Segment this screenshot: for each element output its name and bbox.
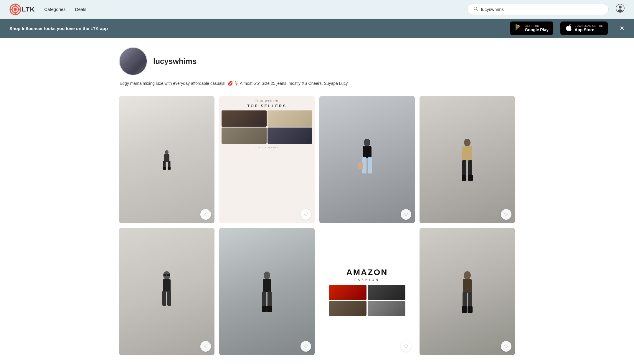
top-navigation: LTK Categories Deals [0, 0, 634, 19]
post-image-1 [119, 96, 214, 223]
svg-rect-45 [268, 292, 272, 307]
svg-rect-40 [164, 274, 166, 276]
svg-point-48 [464, 271, 471, 279]
svg-rect-28 [368, 157, 372, 173]
svg-rect-44 [262, 292, 266, 307]
posts-grid-container: ♡ THIS WEEK'S TOP SELLERS LUCY'S WHIMS ♡ [105, 91, 529, 364]
post-item-8[interactable]: ♡ [420, 228, 515, 355]
svg-point-42 [264, 272, 270, 279]
profile-section: lucyswhims Edgy mama mixing luxe with ev… [105, 38, 529, 91]
search-icon [473, 6, 478, 12]
svg-point-3 [14, 8, 17, 11]
post-image-5 [119, 228, 214, 355]
svg-point-11 [619, 6, 622, 9]
svg-rect-21 [163, 167, 166, 170]
profile-icon[interactable] [616, 4, 625, 15]
svg-rect-46 [262, 306, 267, 312]
svg-rect-53 [468, 306, 473, 313]
post-item-2[interactable]: THIS WEEK'S TOP SELLERS LUCY'S WHIMS ♡ [219, 96, 315, 223]
svg-rect-49 [463, 279, 472, 293]
profile-header: lucyswhims [119, 47, 515, 75]
svg-rect-32 [462, 160, 466, 176]
username: lucyswhims [153, 57, 197, 66]
post-item-1[interactable]: ♡ [119, 96, 214, 223]
ltk-logo[interactable]: LTK [9, 4, 35, 15]
search-input[interactable] [481, 7, 602, 12]
post-image-4 [420, 96, 515, 223]
svg-rect-38 [162, 291, 166, 306]
banner-text: Shop Influencer looks you love on the LT… [9, 26, 503, 31]
search-bar [467, 4, 609, 15]
post-item-3[interactable]: ♡ [319, 96, 415, 223]
svg-line-9 [477, 9, 478, 11]
app-store-badge[interactable]: Download on the App Store [560, 21, 608, 35]
google-play-badge[interactable]: GET IT ON Google Play [510, 21, 553, 35]
svg-point-30 [464, 139, 470, 146]
post-image-8 [420, 228, 515, 355]
post-item-5[interactable]: ♡ [119, 228, 214, 355]
nav-links: Categories Deals [44, 7, 86, 12]
google-play-text: GET IT ON Google Play [525, 24, 549, 32]
ltk-logo-icon [9, 4, 21, 15]
svg-rect-22 [168, 167, 171, 170]
svg-rect-31 [462, 146, 472, 161]
svg-rect-34 [462, 175, 466, 181]
post-item-4[interactable]: ♡ [420, 96, 515, 223]
svg-rect-26 [363, 146, 372, 158]
svg-rect-18 [164, 154, 169, 162]
avatar [119, 47, 147, 75]
svg-rect-33 [468, 160, 472, 176]
svg-rect-37 [163, 279, 171, 292]
categories-link[interactable]: Categories [44, 7, 66, 12]
post-item-7[interactable]: AMAZON FASHION ♡ [319, 228, 415, 355]
post-image-2: THIS WEEK'S TOP SELLERS LUCY'S WHIMS [219, 96, 315, 223]
app-download-banner: Shop Influencer looks you love on the LT… [0, 19, 634, 38]
svg-rect-52 [462, 306, 467, 313]
svg-rect-50 [463, 292, 467, 308]
deals-link[interactable]: Deals [75, 7, 86, 12]
post-image-7: AMAZON FASHION [319, 228, 415, 355]
banner-close-button[interactable]: ✕ [620, 25, 625, 31]
post-item-6[interactable]: ♡ [219, 228, 315, 355]
logo-text: LTK [22, 6, 35, 13]
svg-rect-43 [263, 279, 271, 292]
post-image-6 [219, 228, 315, 355]
svg-rect-47 [267, 306, 272, 312]
svg-rect-51 [468, 292, 472, 308]
post-image-3 [319, 96, 415, 223]
svg-rect-39 [167, 291, 171, 306]
svg-rect-29 [358, 163, 363, 169]
profile-bio: Edgy mama mixing luxe with everyday affo… [119, 80, 384, 87]
google-play-icon [515, 24, 522, 33]
svg-rect-41 [167, 274, 170, 276]
posts-grid: ♡ THIS WEEK'S TOP SELLERS LUCY'S WHIMS ♡ [119, 96, 515, 355]
svg-point-12 [618, 9, 623, 12]
svg-point-25 [364, 139, 370, 146]
app-store-text: Download on the App Store [574, 24, 603, 32]
svg-rect-35 [468, 175, 473, 181]
svg-point-17 [165, 150, 169, 154]
apple-icon [565, 24, 572, 32]
